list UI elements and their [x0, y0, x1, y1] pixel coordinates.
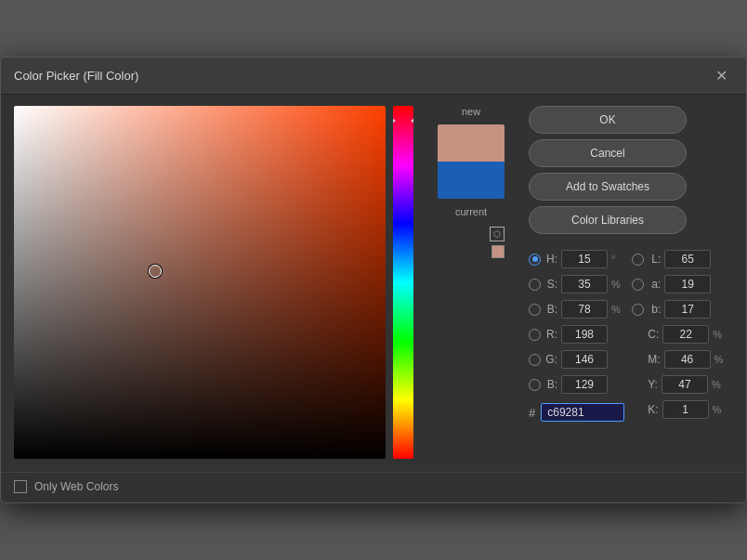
swatch-small-icon: [491, 245, 505, 258]
current-label: current: [455, 206, 487, 217]
cancel-button[interactable]: Cancel: [529, 139, 687, 167]
a-radio[interactable]: [632, 279, 644, 291]
c-unit: %: [713, 329, 722, 340]
y-field-row: Y: %: [632, 374, 723, 395]
b3-input[interactable]: [664, 300, 711, 319]
cube-icon[interactable]: ⬡: [490, 227, 505, 241]
r-label: R:: [544, 328, 557, 341]
b2-radio[interactable]: [529, 379, 541, 391]
color-libraries-button[interactable]: Color Libraries: [529, 206, 687, 234]
r-field-row: R:: [529, 324, 624, 345]
m-label: M:: [648, 353, 660, 366]
hue-arrow-right: [411, 115, 413, 126]
add-to-swatches-button[interactable]: Add to Swatches: [529, 173, 687, 201]
dialog-title: Color Picker (Fill Color): [14, 69, 138, 83]
l-radio[interactable]: [632, 254, 644, 266]
m-input[interactable]: [664, 350, 711, 369]
k-field-row: K: %: [632, 399, 723, 420]
only-web-colors-label: Only Web Colors: [34, 480, 118, 493]
c-field-row: C: %: [632, 324, 723, 345]
color-picker-dialog: Color Picker (Fill Color) ✕ new: [0, 57, 747, 503]
s-input[interactable]: [561, 275, 608, 293]
current-color-swatch: [438, 162, 505, 199]
dialog-body: new current ⬡ OK Cancel Add to Swatches …: [1, 95, 746, 472]
l-field-row: L:: [632, 249, 723, 269]
hex-label: #: [529, 406, 535, 420]
a-input[interactable]: [664, 275, 711, 293]
s-label: S:: [544, 278, 557, 291]
top-buttons: OK Cancel Add to Swatches Color Librarie…: [529, 106, 723, 234]
k-unit: %: [713, 404, 722, 415]
g-label: G:: [544, 353, 557, 366]
only-web-colors-checkbox[interactable]: [14, 480, 27, 493]
hsb-rgb-col: H: ° S: % B:: [529, 249, 624, 422]
hue-gradient: [393, 106, 413, 459]
y-input[interactable]: [662, 375, 708, 394]
title-bar: Color Picker (Fill Color) ✕: [1, 58, 746, 95]
r-input[interactable]: [561, 325, 608, 344]
bottom-bar: Only Web Colors: [1, 473, 746, 502]
b-field-row: B: %: [529, 299, 624, 319]
icon-area: ⬡: [438, 227, 505, 258]
b-label: B:: [544, 303, 557, 316]
y-unit: %: [712, 379, 721, 390]
l-input[interactable]: [664, 250, 711, 268]
a-label: a:: [648, 278, 661, 291]
new-color-swatch: [438, 124, 505, 162]
lab-cmyk-col: L: a: b:: [632, 249, 723, 422]
picker-area: [14, 106, 413, 459]
l-label: L:: [648, 253, 661, 266]
hex-row: #: [529, 403, 624, 422]
hue-arrow-left: [393, 115, 396, 126]
b-unit: %: [611, 304, 622, 315]
g-radio[interactable]: [529, 354, 541, 366]
g-field-row: G:: [529, 349, 624, 370]
b2-label: B:: [544, 378, 557, 391]
a-field-row: a:: [632, 274, 723, 294]
b-radio[interactable]: [529, 304, 541, 316]
s-radio[interactable]: [529, 279, 541, 291]
r-radio[interactable]: [529, 329, 541, 341]
g-input[interactable]: [561, 350, 608, 369]
y-label: Y:: [648, 378, 658, 391]
c-input[interactable]: [662, 325, 709, 344]
b2-field-row: B:: [529, 374, 624, 395]
h-radio[interactable]: [529, 254, 541, 266]
middle-section: new current ⬡: [425, 106, 518, 459]
h-label: H:: [544, 253, 557, 266]
b2-input[interactable]: [561, 375, 608, 394]
s-field-row: S: %: [529, 274, 624, 294]
color-preview: [438, 124, 505, 199]
h-unit: °: [611, 254, 622, 265]
c-label: C:: [648, 328, 659, 341]
b-input[interactable]: [561, 300, 608, 319]
ok-button[interactable]: OK: [529, 106, 687, 134]
close-button[interactable]: ✕: [710, 65, 733, 86]
new-label: new: [462, 106, 480, 117]
right-panel: OK Cancel Add to Swatches Color Librarie…: [529, 106, 723, 459]
k-label: K:: [648, 403, 658, 416]
gradient-picker[interactable]: [14, 106, 386, 459]
b3-field-row: b:: [632, 299, 723, 319]
k-input[interactable]: [662, 400, 709, 419]
b3-label: b:: [648, 303, 661, 316]
s-unit: %: [611, 279, 622, 290]
m-unit: %: [714, 354, 724, 365]
b3-radio[interactable]: [632, 304, 644, 316]
h-field-row: H: °: [529, 249, 624, 269]
hex-input[interactable]: [541, 403, 624, 422]
m-field-row: M: %: [632, 349, 723, 370]
h-input[interactable]: [561, 250, 608, 268]
fields-wrapper: H: ° S: % B:: [529, 249, 723, 422]
hue-slider[interactable]: [393, 106, 413, 459]
